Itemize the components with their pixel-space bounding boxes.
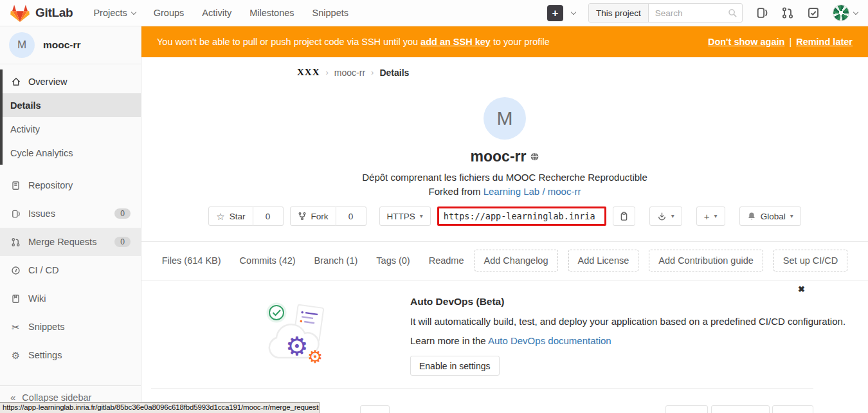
nav-projects[interactable]: Projects: [93, 8, 135, 18]
banner-text: You won't be able to pull or push projec…: [157, 37, 418, 47]
add-changelog-button[interactable]: Add Changelog: [475, 250, 558, 271]
close-icon[interactable]: ✖: [798, 284, 805, 294]
project-sidebar: M mooc-rr Overview Details Activity Cycl…: [0, 26, 141, 413]
sidebar-item-activity[interactable]: Activity: [3, 117, 141, 141]
chevron-down-icon: [571, 9, 576, 14]
scissors-icon: ✂: [10, 322, 21, 332]
clipboard-icon: [619, 212, 629, 221]
project-stats-nav: Files (614 KB) Commits (42) Branch (1) T…: [141, 242, 868, 280]
public-globe-icon: [530, 152, 539, 161]
caret-down-icon: ▾: [790, 213, 793, 219]
search-icon: [728, 8, 737, 18]
add-dropdown[interactable]: + ▾: [696, 206, 725, 226]
gear-icon: ⚙: [10, 351, 21, 360]
toolbar-button-partial[interactable]: [665, 405, 708, 413]
sidebar-item-cycle-analytics[interactable]: Cycle Analytics: [3, 141, 141, 165]
download-icon: [657, 212, 667, 221]
project-actions: ☆ Star 0 Fork 0 HTTPS ▾: [141, 206, 868, 226]
tanuki-icon: [10, 4, 30, 23]
bell-icon: [747, 212, 756, 221]
enable-in-settings-button[interactable]: Enable in settings: [410, 356, 500, 376]
sidebar-item-overview[interactable]: Overview: [3, 69, 141, 93]
clone-url-input[interactable]: [437, 206, 606, 226]
pipe-separator: |: [789, 37, 791, 47]
caret-down-icon: ▾: [714, 213, 718, 219]
protocol-dropdown[interactable]: HTTPS ▾: [379, 206, 431, 226]
plus-icon: +: [547, 5, 563, 21]
tab-files[interactable]: Files (614 KB): [162, 255, 221, 266]
tab-tags[interactable]: Tags (0): [376, 255, 410, 266]
star-button[interactable]: ☆ Star: [208, 206, 253, 226]
brand-name: GitLab: [35, 6, 73, 20]
main-content: XXX › mooc-rr › Details M mooc-rr Dépôt …: [141, 57, 868, 413]
divider: [151, 388, 813, 389]
todos-icon[interactable]: [807, 6, 820, 19]
merge-requests-count-badge: 0: [114, 237, 131, 247]
project-description: Dépôt comprenant les fichiers du MOOC Re…: [141, 172, 868, 183]
nav-snippets[interactable]: Snippets: [312, 8, 348, 18]
document-icon: [10, 181, 21, 190]
nav-activity[interactable]: Activity: [202, 8, 231, 18]
star-count[interactable]: 0: [253, 206, 284, 226]
sidebar-project-header[interactable]: M mooc-rr: [0, 26, 141, 64]
svg-text:⚙: ⚙: [285, 331, 309, 361]
download-dropdown[interactable]: ▾: [649, 206, 682, 226]
tab-commits[interactable]: Commits (42): [240, 255, 296, 266]
sidebar-item-ci-cd[interactable]: CI / CD: [0, 256, 141, 284]
angle-double-left-icon: «: [10, 392, 15, 403]
add-contribution-guide-button[interactable]: Add Contribution guide: [649, 250, 763, 271]
chevron-down-icon: [131, 9, 136, 14]
issues-icon: [10, 209, 21, 219]
nav-milestones[interactable]: Milestones: [249, 8, 294, 18]
auto-devops-title: Auto DevOps (Beta): [410, 296, 845, 307]
nav-groups[interactable]: Groups: [154, 8, 185, 18]
sidebar-item-issues[interactable]: Issues 0: [0, 199, 141, 228]
sidebar-item-wiki[interactable]: Wiki: [0, 284, 141, 313]
auto-devops-illustration: ⚙ ⚙: [262, 291, 339, 376]
user-avatar: [833, 5, 849, 21]
star-icon: ☆: [216, 212, 224, 221]
user-menu[interactable]: [833, 5, 858, 21]
setup-ci-cd-button[interactable]: Set up CI/CD: [773, 250, 847, 271]
sidebar-item-settings[interactable]: ⚙ Settings: [0, 341, 141, 369]
sidebar-item-snippets[interactable]: ✂ Snippets: [0, 313, 141, 341]
dont-show-again-link[interactable]: Don't show again: [708, 37, 784, 47]
project-avatar: M: [484, 97, 526, 140]
remind-later-link[interactable]: Remind later: [796, 37, 853, 47]
add-ssh-key-link[interactable]: add an SSH key: [420, 37, 491, 47]
toolbar-button-partial[interactable]: [772, 405, 813, 413]
fork-count[interactable]: 0: [336, 206, 366, 226]
merge-requests-icon[interactable]: [781, 6, 794, 19]
auto-devops-callout: ⚙ ⚙ Auto DevOps (Beta) It will automatic…: [141, 280, 868, 376]
add-license-button[interactable]: Add License: [568, 250, 639, 271]
breadcrumb-project[interactable]: mooc-rr: [334, 68, 365, 78]
branch-selector-partial[interactable]: [360, 405, 390, 413]
search-bar: This project: [588, 3, 743, 23]
caret-down-icon: ▾: [420, 213, 423, 219]
book-icon: [10, 294, 21, 304]
breadcrumb-separator: ›: [320, 68, 334, 77]
svg-text:⚙: ⚙: [307, 347, 323, 367]
breadcrumb-namespace[interactable]: XXX: [297, 67, 320, 78]
forked-from-link[interactable]: Learning Lab / mooc-rr: [484, 186, 581, 197]
sidebar-item-details[interactable]: Details: [3, 93, 141, 117]
new-menu-button[interactable]: +: [547, 5, 575, 21]
auto-devops-text: It will automatically build, test, and d…: [410, 316, 845, 327]
tab-readme[interactable]: Readme: [429, 255, 464, 266]
search-scope-label[interactable]: This project: [589, 4, 649, 22]
issues-icon[interactable]: [755, 6, 768, 19]
toolbar-button-partial[interactable]: [711, 405, 770, 413]
sidebar-item-merge-requests[interactable]: Merge Requests 0: [0, 228, 141, 256]
auto-devops-doc-link[interactable]: Auto DevOps documentation: [488, 335, 611, 346]
tab-branch[interactable]: Branch (1): [314, 255, 358, 266]
notification-dropdown[interactable]: Global ▾: [739, 206, 801, 226]
fork-icon: [298, 212, 307, 221]
copy-url-button[interactable]: [613, 206, 635, 226]
home-icon: [10, 77, 21, 87]
gitlab-logo[interactable]: GitLab: [10, 4, 73, 23]
merge-requests-icon: [10, 237, 21, 247]
project-title: mooc-rr: [471, 148, 527, 165]
sidebar-item-repository[interactable]: Repository: [0, 171, 141, 199]
fork-button[interactable]: Fork: [290, 206, 336, 226]
breadcrumb-separator: ›: [365, 68, 379, 77]
